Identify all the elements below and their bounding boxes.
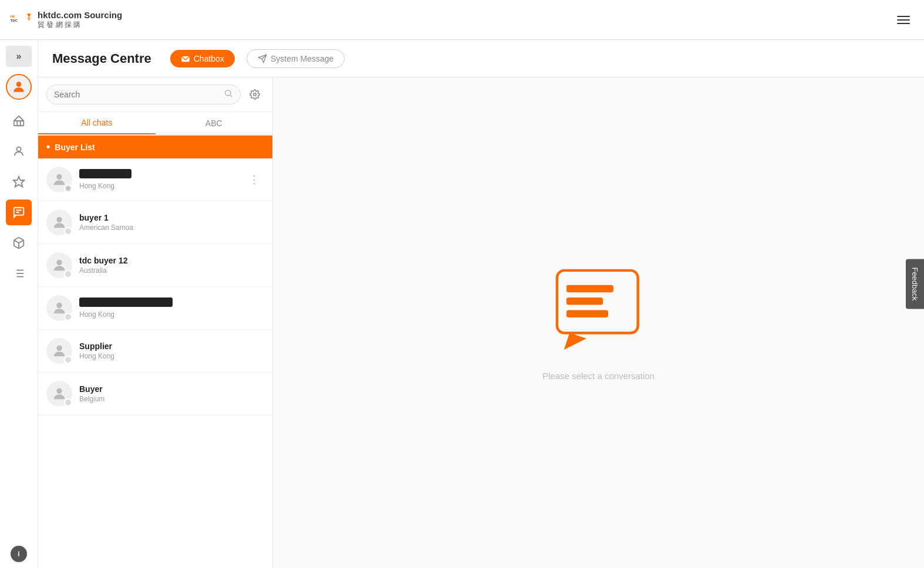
nav-package-button[interactable] — [6, 230, 32, 256]
main-layout: » — [0, 40, 924, 568]
user-icon — [12, 145, 25, 158]
chat-search-row — [38, 77, 272, 112]
avatar-badge — [64, 398, 72, 407]
top-header: HK TDC hktdc.com Sourcing 貿 發 網 採 購 — [0, 0, 924, 40]
svg-point-5 — [16, 82, 22, 87]
avatar-badge — [64, 356, 72, 364]
chat-avatar — [46, 209, 72, 235]
settings-button[interactable] — [245, 85, 264, 104]
chat-list-panel: All chats ABC Buyer List — [38, 77, 273, 568]
tab-abc[interactable]: ABC — [156, 112, 273, 134]
chat-item[interactable]: tdc buyer 12 Australia — [38, 244, 272, 287]
chat-icon — [12, 206, 25, 219]
empty-state-text: Please select a conversation — [542, 371, 655, 381]
search-input[interactable] — [54, 90, 220, 99]
brand-name: hktdc.com Sourcing — [38, 10, 122, 20]
chat-info: buyer 1 American Samoa — [79, 213, 264, 232]
chat-tabs: All chats ABC — [38, 112, 272, 136]
user-avatar-button[interactable] — [6, 74, 32, 100]
buyer-list-header: Buyer List — [38, 136, 272, 158]
search-icon-button[interactable] — [224, 89, 233, 100]
content-area: Message Centre Chatbox System Message — [38, 40, 924, 568]
star-icon — [12, 175, 25, 188]
chat-info: Buyer Belgium — [79, 384, 264, 403]
avatar-badge — [64, 313, 72, 321]
conversation-area: Please select a conversation — [273, 77, 924, 568]
svg-point-32 — [56, 388, 62, 394]
package-icon — [12, 236, 25, 249]
chat-item[interactable]: Buyer Belgium — [38, 373, 272, 415]
svg-rect-34 — [566, 285, 613, 292]
svg-point-30 — [56, 303, 62, 308]
svg-marker-8 — [14, 177, 24, 187]
svg-point-29 — [56, 260, 62, 265]
nav-favorites-button[interactable] — [6, 169, 32, 195]
svg-line-23 — [230, 95, 232, 97]
svg-point-28 — [56, 217, 62, 222]
chat-name: tdc buyer 12 — [79, 256, 264, 265]
chat-illustration — [546, 265, 652, 359]
nav-home-button[interactable] — [6, 108, 32, 134]
chat-info: C████████ Hong Kong — [79, 169, 244, 190]
chat-item[interactable]: ████████████████ Hong Kong — [38, 287, 272, 330]
chat-layout: All chats ABC Buyer List — [38, 77, 924, 568]
info-button[interactable]: i — [11, 546, 27, 562]
system-message-tab-button[interactable]: System Message — [247, 49, 345, 68]
hamburger-icon — [897, 16, 910, 24]
nav-list-button[interactable] — [6, 261, 32, 286]
svg-rect-6 — [14, 121, 24, 126]
chatbox-envelope-icon — [181, 55, 190, 63]
chat-info: ████████████████ Hong Kong — [79, 297, 264, 319]
chat-name-redacted: C████████ — [79, 169, 131, 178]
chat-avatar — [46, 295, 72, 321]
nav-chat-button[interactable] — [6, 200, 32, 225]
chat-more-button[interactable]: ⋮ — [244, 171, 264, 188]
chat-name-redacted: ████████████████ — [79, 297, 173, 307]
svg-point-27 — [68, 187, 69, 189]
avatar-badge — [64, 184, 72, 192]
chat-avatar — [46, 338, 72, 364]
badge-icon — [65, 180, 71, 197]
svg-point-25 — [56, 174, 62, 180]
system-message-icon — [258, 54, 267, 63]
chat-info: tdc buyer 12 Australia — [79, 256, 264, 275]
logo-text: hktdc.com Sourcing 貿 發 網 採 購 — [38, 10, 122, 30]
chat-item[interactable]: buyer 1 American Samoa — [38, 201, 272, 244]
chatbox-tab-button[interactable]: Chatbox — [170, 50, 235, 67]
sidebar-narrow: » — [0, 40, 38, 568]
avatar-icon — [11, 79, 26, 94]
chat-location: American Samoa — [79, 224, 264, 232]
chat-location: Hong Kong — [79, 352, 264, 360]
nav-user-button[interactable] — [6, 138, 32, 164]
hktdc-logo-icon: HK TDC — [9, 9, 33, 31]
search-box — [46, 84, 241, 104]
avatar-badge — [64, 270, 72, 278]
gear-icon — [249, 89, 260, 100]
svg-point-31 — [56, 346, 62, 351]
chat-avatar — [46, 252, 72, 278]
svg-point-7 — [16, 147, 21, 151]
chat-location: Australia — [79, 266, 264, 275]
feedback-tab[interactable]: Feedback — [906, 259, 924, 309]
chat-item[interactable]: C████████ Hong Kong ⋮ — [38, 158, 272, 201]
search-icon — [224, 89, 233, 98]
collapse-icon: » — [16, 51, 22, 62]
chat-items-list: C████████ Hong Kong ⋮ — [38, 158, 272, 568]
chat-avatar — [46, 381, 72, 407]
chat-location: Hong Kong — [79, 310, 264, 319]
chat-item[interactable]: Supplier Hong Kong — [38, 330, 272, 373]
sidebar-bottom: i — [11, 546, 27, 562]
page-title: Message Centre — [52, 51, 151, 66]
chat-location: Belgium — [79, 395, 264, 403]
brand-chinese: 貿 發 網 採 購 — [38, 20, 122, 30]
chat-name: Buyer — [79, 384, 264, 394]
chat-location: Hong Kong — [79, 182, 244, 190]
tab-all-chats[interactable]: All chats — [38, 112, 156, 134]
svg-rect-35 — [566, 297, 602, 305]
chat-avatar — [46, 167, 72, 192]
sidebar-collapse-button[interactable]: » — [6, 46, 32, 67]
home-icon — [12, 114, 25, 127]
logo-container: HK TDC hktdc.com Sourcing 貿 發 網 採 購 — [9, 9, 122, 31]
svg-point-24 — [254, 93, 257, 96]
hamburger-menu-button[interactable] — [892, 11, 915, 29]
